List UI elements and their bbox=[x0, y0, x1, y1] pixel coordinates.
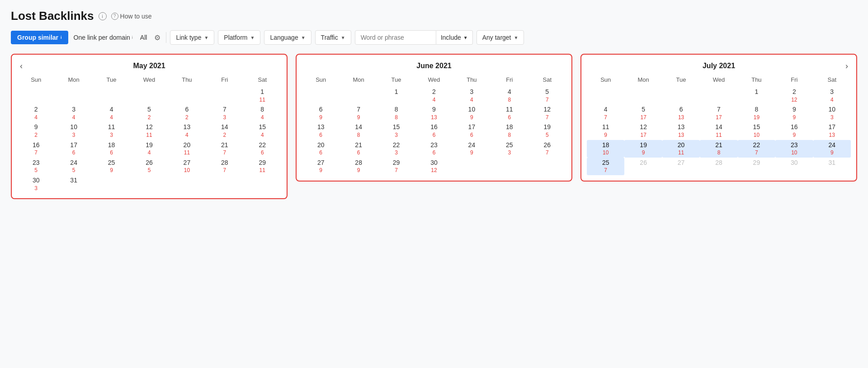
calendar-day-cell[interactable]: 195 bbox=[528, 122, 566, 140]
prev-month-button[interactable]: ‹ bbox=[17, 61, 25, 72]
calendar-day-cell[interactable]: 517 bbox=[624, 104, 662, 122]
calendar-day-cell[interactable]: 27 bbox=[662, 158, 700, 175]
calendar-day-cell[interactable]: 119 bbox=[587, 122, 624, 140]
calendar-day-cell[interactable]: 289 bbox=[340, 158, 377, 175]
language-dropdown[interactable]: Language ▼ bbox=[264, 30, 311, 45]
calendar-day-cell[interactable]: 218 bbox=[700, 140, 737, 158]
calendar-day-cell[interactable]: 2011 bbox=[168, 140, 206, 158]
calendar-day-cell[interactable]: 73 bbox=[206, 104, 243, 122]
calendar-day-cell[interactable]: 99 bbox=[775, 104, 813, 122]
calendar-day-cell[interactable]: 2310 bbox=[775, 140, 813, 158]
calendar-day-cell[interactable]: 52 bbox=[130, 104, 168, 122]
calendar-day-cell[interactable]: 265 bbox=[130, 158, 168, 175]
calendar-day-cell[interactable]: 29 bbox=[738, 158, 775, 175]
calendar-day-cell[interactable]: 103 bbox=[813, 104, 851, 122]
calendar-day-cell[interactable]: 206 bbox=[302, 140, 340, 158]
calendar-day-cell[interactable]: 1 bbox=[377, 87, 415, 104]
calendar-day-cell[interactable]: 142 bbox=[206, 122, 243, 140]
platform-dropdown[interactable]: Platform ▼ bbox=[218, 30, 260, 45]
word-phrase-input[interactable] bbox=[355, 30, 436, 45]
calendar-day-cell[interactable]: 134 bbox=[168, 122, 206, 140]
calendar-day-cell[interactable]: 88 bbox=[377, 104, 415, 122]
calendar-day-cell[interactable]: 186 bbox=[93, 140, 130, 158]
calendar-day-cell[interactable]: 217 bbox=[206, 140, 243, 158]
calendar-day-cell[interactable]: 212 bbox=[775, 87, 813, 104]
calendar-day-cell[interactable]: 169 bbox=[775, 122, 813, 140]
calendar-day-cell[interactable]: 3012 bbox=[415, 158, 453, 175]
calendar-day-cell[interactable]: 1810 bbox=[587, 140, 624, 158]
calendar-day-cell[interactable]: 194 bbox=[130, 140, 168, 158]
calendar-day-cell[interactable]: 113 bbox=[93, 122, 130, 140]
calendar-day-cell[interactable]: 116 bbox=[491, 104, 528, 122]
calendar-day-cell[interactable]: 26 bbox=[624, 158, 662, 175]
include-dropdown[interactable]: Include ▼ bbox=[436, 30, 473, 45]
calendar-day-cell[interactable]: 84 bbox=[244, 104, 281, 122]
calendar-day-cell[interactable]: 1 bbox=[738, 87, 775, 104]
calendar-day-cell[interactable]: 2911 bbox=[244, 158, 281, 175]
calendar-day-cell[interactable]: 2011 bbox=[662, 140, 700, 158]
group-similar-button[interactable]: Group similar i bbox=[11, 31, 68, 44]
any-target-dropdown[interactable]: Any target ▼ bbox=[476, 30, 524, 45]
calendar-day-cell[interactable]: 226 bbox=[244, 140, 281, 158]
calendar-day-cell[interactable]: 249 bbox=[453, 140, 491, 158]
calendar-day-cell[interactable]: 227 bbox=[738, 140, 775, 158]
calendar-day-cell[interactable]: 1510 bbox=[738, 122, 775, 140]
calendar-day-cell[interactable]: 24 bbox=[17, 104, 55, 122]
settings-button[interactable]: ⚙ bbox=[152, 32, 162, 44]
calendar-day-cell[interactable]: 253 bbox=[491, 140, 528, 158]
link-type-dropdown[interactable]: Link type ▼ bbox=[170, 30, 214, 45]
calendar-day-cell[interactable]: 153 bbox=[377, 122, 415, 140]
calendar-day-cell[interactable]: 167 bbox=[17, 140, 55, 158]
calendar-day-cell[interactable]: 287 bbox=[206, 158, 243, 175]
calendar-day-cell[interactable]: 303 bbox=[17, 175, 55, 193]
calendar-day-cell[interactable]: 166 bbox=[415, 122, 453, 140]
one-link-per-domain-button[interactable]: One link per domain i bbox=[72, 31, 135, 44]
calendar-day-cell[interactable]: 57 bbox=[528, 87, 566, 104]
calendar-day-cell[interactable]: 249 bbox=[813, 140, 851, 158]
calendar-day-cell[interactable]: 148 bbox=[340, 122, 377, 140]
calendar-day-cell[interactable]: 1313 bbox=[662, 122, 700, 140]
calendar-day-cell[interactable]: 279 bbox=[302, 158, 340, 175]
calendar-day-cell[interactable]: 188 bbox=[491, 122, 528, 140]
calendar-day-cell[interactable]: 62 bbox=[168, 104, 206, 122]
calendar-day-cell[interactable]: 30 bbox=[775, 158, 813, 175]
calendar-day-cell[interactable]: 34 bbox=[55, 104, 92, 122]
next-month-button[interactable]: › bbox=[843, 61, 851, 72]
calendar-day-cell[interactable]: 127 bbox=[528, 104, 566, 122]
calendar-day-cell[interactable]: 223 bbox=[377, 140, 415, 158]
calendar-day-cell[interactable]: 176 bbox=[55, 140, 92, 158]
calendar-day-cell[interactable]: 48 bbox=[491, 87, 528, 104]
calendar-day-cell[interactable]: 24 bbox=[415, 87, 453, 104]
calendar-day-cell[interactable]: 199 bbox=[624, 140, 662, 158]
calendar-day-cell[interactable]: 245 bbox=[55, 158, 92, 175]
calendar-day-cell[interactable]: 257 bbox=[587, 158, 624, 175]
calendar-day-cell[interactable]: 259 bbox=[93, 158, 130, 175]
calendar-day-cell[interactable]: 103 bbox=[55, 122, 92, 140]
calendar-day-cell[interactable]: 44 bbox=[93, 104, 130, 122]
how-to-use-link[interactable]: ? How to use bbox=[111, 13, 152, 20]
calendar-day-cell[interactable]: 1411 bbox=[700, 122, 737, 140]
calendar-day-cell[interactable]: 79 bbox=[340, 104, 377, 122]
calendar-day-cell[interactable]: 34 bbox=[453, 87, 491, 104]
calendar-day-cell[interactable]: 31 bbox=[55, 175, 92, 193]
calendar-day-cell[interactable]: 2710 bbox=[168, 158, 206, 175]
traffic-dropdown[interactable]: Traffic ▼ bbox=[315, 30, 351, 45]
all-button[interactable]: All bbox=[138, 31, 149, 44]
calendar-day-cell[interactable]: 109 bbox=[453, 104, 491, 122]
calendar-day-cell[interactable]: 236 bbox=[415, 140, 453, 158]
calendar-day-cell[interactable]: 235 bbox=[17, 158, 55, 175]
title-info-icon[interactable]: i bbox=[99, 12, 107, 20]
calendar-day-cell[interactable]: 28 bbox=[700, 158, 737, 175]
calendar-day-cell[interactable]: 69 bbox=[302, 104, 340, 122]
calendar-day-cell[interactable]: 216 bbox=[340, 140, 377, 158]
calendar-day-cell[interactable]: 92 bbox=[17, 122, 55, 140]
calendar-day-cell[interactable]: 136 bbox=[302, 122, 340, 140]
calendar-day-cell[interactable]: 1217 bbox=[624, 122, 662, 140]
calendar-day-cell[interactable]: 154 bbox=[244, 122, 281, 140]
calendar-day-cell[interactable]: 1713 bbox=[813, 122, 851, 140]
calendar-day-cell[interactable]: 613 bbox=[662, 104, 700, 122]
calendar-day-cell[interactable]: 717 bbox=[700, 104, 737, 122]
calendar-day-cell[interactable]: 31 bbox=[813, 158, 851, 175]
calendar-day-cell[interactable]: 47 bbox=[587, 104, 624, 122]
calendar-day-cell[interactable]: 819 bbox=[738, 104, 775, 122]
